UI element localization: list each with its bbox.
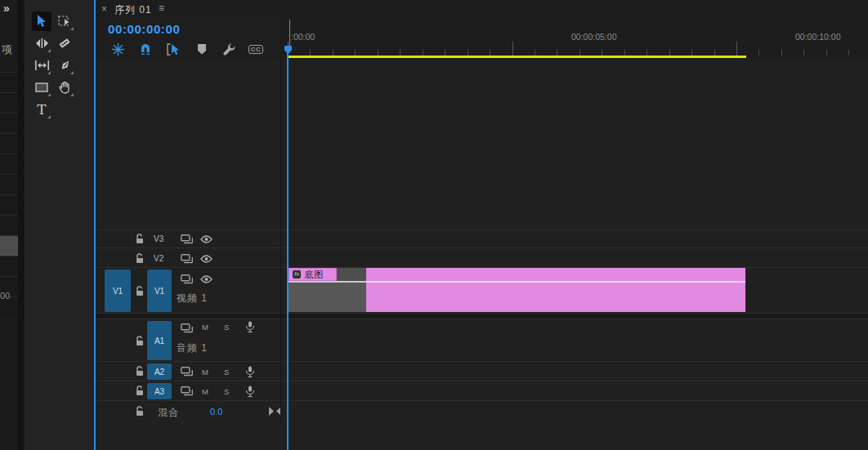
ripple-edit-tool-button[interactable] — [32, 33, 51, 53]
track-target-a3[interactable]: A3 — [147, 383, 172, 399]
track-output-eye-icon[interactable] — [200, 255, 213, 264]
track-row-master: 混合 0.0 — [96, 400, 868, 421]
track-output-eye-icon[interactable] — [200, 275, 213, 284]
premiere-timeline-screenshot: » 项 00 — [0, 0, 868, 450]
timeline-panel-focus-border — [94, 0, 96, 450]
sync-lock-icon[interactable] — [181, 234, 194, 244]
clip-diwu-gray[interactable]: fx 底图 — [289, 268, 366, 312]
ruler-minor-tick — [691, 50, 692, 56]
mute-button[interactable]: M — [202, 368, 208, 376]
mute-button[interactable]: M — [202, 323, 208, 332]
track-row-a2: A2 M S — [96, 361, 868, 381]
clip-body[interactable] — [366, 283, 745, 312]
track-rows: V3 V2 V1 — [96, 59, 868, 450]
lock-icon[interactable] — [135, 234, 145, 244]
nest-sequence-icon[interactable] — [110, 42, 125, 56]
solo-button[interactable]: S — [224, 368, 229, 376]
track-target-a1[interactable]: A1 — [147, 321, 172, 360]
expand-panel-chevron-icon[interactable]: » — [3, 2, 8, 15]
pen-tool-button[interactable] — [55, 56, 74, 75]
timeline-panel: × 序列 01 ≡ 00:00:00:00 — [96, 0, 868, 450]
solo-button[interactable]: S — [224, 387, 229, 396]
playhead-upper-line — [289, 20, 290, 46]
ruler-minor-tick — [333, 50, 333, 56]
razor-tool-button[interactable] — [55, 33, 74, 53]
slip-tool-button[interactable] — [32, 56, 51, 75]
track-row-v2: V2 — [96, 247, 868, 267]
ruler-minor-tick — [400, 50, 400, 56]
project-list-item[interactable] — [0, 72, 18, 92]
collapse-tracks-icon[interactable] — [269, 407, 281, 416]
track-target-v1[interactable]: V1 — [147, 270, 172, 312]
tools-panel: T — [25, 0, 94, 450]
timeline-settings-wrench-icon[interactable] — [221, 42, 236, 56]
sync-lock-icon[interactable] — [181, 386, 194, 396]
lock-icon[interactable] — [135, 406, 145, 417]
time-ruler[interactable]: :00:00 00:00:05:00 00:00:10:00 — [281, 18, 868, 59]
sync-lock-icon[interactable] — [181, 254, 194, 264]
add-marker-icon[interactable] — [195, 42, 209, 56]
project-list-item[interactable] — [0, 235, 18, 256]
lock-icon[interactable] — [135, 286, 145, 296]
project-list-item[interactable] — [0, 154, 18, 174]
track-name-audio1[interactable]: 音频 1 — [177, 341, 208, 355]
ruler-minor-tick — [669, 50, 670, 56]
project-list-item[interactable] — [0, 174, 18, 194]
project-list-item[interactable] — [0, 133, 18, 154]
project-list-item[interactable] — [0, 194, 18, 215]
source-patch-v1[interactable]: V1 — [105, 270, 131, 312]
linked-selection-icon[interactable] — [166, 42, 181, 56]
track-output-eye-icon[interactable] — [200, 235, 213, 244]
playhead-timecode[interactable]: 00:00:00:00 — [108, 22, 180, 36]
snap-magnet-icon[interactable] — [138, 42, 153, 56]
track-target-a2[interactable]: A2 — [147, 363, 172, 380]
ruler-minor-tick — [535, 50, 535, 56]
master-volume-value[interactable]: 0.0 — [210, 407, 222, 417]
project-partial-number: 00 — [0, 291, 10, 301]
project-panel-partial-label: 项 — [2, 42, 12, 57]
clip-body[interactable] — [289, 283, 366, 312]
ruler-minor-tick — [781, 50, 782, 56]
clip-name: 底图 — [304, 269, 324, 281]
ruler-minor-tick — [602, 50, 602, 56]
lock-icon[interactable] — [135, 385, 145, 396]
track-target-v3[interactable]: V3 — [154, 234, 163, 243]
lock-icon[interactable] — [135, 253, 145, 264]
track-name-video1[interactable]: 视频 1 — [177, 292, 208, 305]
project-list-item[interactable] — [0, 215, 18, 235]
lock-icon[interactable] — [135, 366, 145, 376]
close-tab-icon[interactable]: × — [101, 3, 107, 15]
project-list-item[interactable] — [0, 92, 18, 113]
clip-title-bar — [366, 268, 745, 281]
track-row-a3: A3 M S — [96, 381, 868, 400]
type-tool-button[interactable]: T — [32, 100, 51, 119]
project-list-item[interactable] — [0, 256, 18, 276]
lock-icon[interactable] — [135, 336, 145, 346]
track-row-v3: V3 — [96, 229, 868, 247]
track-select-forward-tool-button[interactable] — [55, 11, 74, 31]
captions-icon[interactable]: CC — [248, 42, 263, 56]
voiceover-mic-icon[interactable] — [245, 385, 255, 397]
tab-sequence-title[interactable]: 序列 01 — [114, 3, 152, 17]
clip-pink[interactable] — [366, 268, 745, 312]
video-audio-divider[interactable] — [96, 313, 868, 319]
project-bin-list — [0, 72, 18, 310]
panel-menu-icon[interactable]: ≡ — [159, 2, 164, 14]
hand-tool-button[interactable] — [55, 78, 74, 97]
sync-lock-icon[interactable] — [181, 367, 194, 376]
rectangle-tool-button[interactable] — [32, 78, 51, 97]
project-list-item[interactable] — [0, 113, 18, 133]
sync-lock-icon[interactable] — [181, 274, 194, 284]
ruler-label-10s: 00:00:10:00 — [795, 32, 840, 42]
mute-button[interactable]: M — [202, 387, 208, 396]
voiceover-mic-icon[interactable] — [245, 366, 255, 377]
solo-button[interactable]: S — [224, 323, 229, 332]
ruler-minor-tick — [714, 50, 715, 56]
sync-lock-icon[interactable] — [181, 323, 194, 333]
selection-tool-button[interactable] — [32, 11, 51, 31]
track-target-v2[interactable]: V2 — [154, 254, 163, 263]
playhead-line[interactable] — [287, 52, 289, 450]
work-area-bar[interactable] — [288, 56, 746, 58]
ruler-minor-tick — [355, 50, 356, 56]
voiceover-mic-icon[interactable] — [245, 321, 255, 332]
